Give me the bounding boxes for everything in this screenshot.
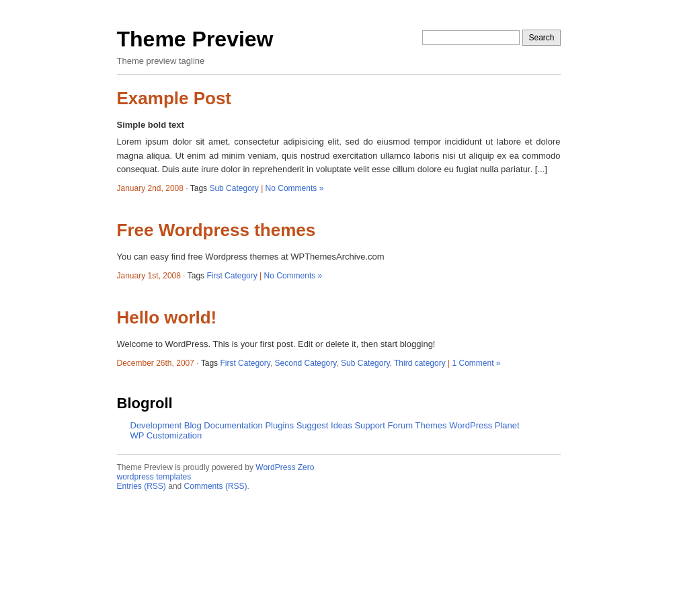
footer-and-text: and [168,482,182,491]
post-1-bold: Simple bold text [117,118,561,132]
post-2-meta: January 1st, 2008 · Tags First Category … [117,271,561,280]
blogroll-title: Blogroll [117,395,561,412]
post-1-comments[interactable]: No Comments » [266,184,324,193]
post-2-tag-1[interactable]: First Category [206,271,257,280]
post-1-date: January 2nd, 2008 [117,184,184,193]
search-input[interactable] [422,30,520,45]
post-2-comments[interactable]: No Comments » [264,271,323,280]
post-1-tag-1[interactable]: Sub Category [209,184,258,193]
post-3-tag-2[interactable]: Second Category [275,358,337,368]
post-1: Example Post Simple bold text Lorem ipsu… [117,88,561,193]
post-3-tag-3[interactable]: Sub Category [341,358,390,368]
post-2: Free Wordpress themes You can easy find … [117,220,561,280]
post-3-content: Welcome to WordPress. This is your first… [117,338,561,352]
blogroll-link-6[interactable]: WordPress Planet [449,420,520,430]
blogroll-link-2[interactable]: Plugins [265,420,294,430]
site-title: Theme Preview [117,27,274,52]
blogroll-link-5[interactable]: Themes [415,420,447,430]
post-3-date: December 26th, 2007 [117,358,194,368]
footer-powered-by-line1: WordPress Zero [255,463,314,472]
post-3-title-link[interactable]: Hello world! [117,307,217,328]
post-2-date: January 1st, 2008 [117,271,181,280]
post-3-tag-4[interactable]: Third category [394,358,446,368]
post-3-body: Welcome to WordPress. This is your first… [117,339,436,349]
site-tagline: Theme preview tagline [117,56,274,66]
post-1-meta: January 2nd, 2008 · Tags Sub Category | … [117,184,561,193]
footer-period: . [247,482,249,491]
footer-divider [117,454,561,455]
blogroll-link-4[interactable]: Support Forum [354,420,413,430]
post-1-body: Lorem ipsum dolor sit amet, consectetur … [117,137,561,175]
post-2-title-link[interactable]: Free Wordpress themes [117,220,316,240]
post-3-meta: December 26th, 2007 · Tags First Categor… [117,358,561,368]
blogroll-link-3[interactable]: Suggest Ideas [296,420,352,430]
footer-comments-link[interactable]: Comments (RSS) [184,482,247,491]
blogroll-links: Development Blog Documentation Plugins S… [117,420,561,440]
post-3-comments[interactable]: 1 Comment » [452,358,501,368]
posts-container: Example Post Simple bold text Lorem ipsu… [117,88,561,368]
post-1-title-link[interactable]: Example Post [117,88,232,108]
blogroll-section: Blogroll Development Blog Documentation … [117,395,561,440]
footer-entries-link[interactable]: Entries (RSS) [117,482,166,491]
footer: Theme Preview is proudly powered by Word… [117,463,561,491]
post-1-tags-label: Tags [190,184,207,193]
post-2-content: You can easy find free Wordpress themes … [117,250,561,264]
search-button[interactable]: Search [522,30,560,46]
post-3-tag-1[interactable]: First Category [220,358,270,368]
blogroll-link-7[interactable]: WP Customization [130,430,202,440]
post-2-tags-label: Tags [188,271,204,280]
post-2-body: You can easy find free Wordpress themes … [117,252,385,262]
search-form: Search [422,30,560,46]
post-3-tags-label: Tags [201,358,218,368]
footer-powered-by-line2: wordpress templates [117,472,192,482]
blogroll-link-0[interactable]: Development Blog [130,420,202,430]
post-3: Hello world! Welcome to WordPress. This … [117,307,561,368]
footer-text-before: Theme Preview is proudly powered by [117,463,253,472]
header-divider [117,74,561,75]
post-1-content: Simple bold text Lorem ipsum dolor sit a… [117,118,561,177]
blogroll-link-1[interactable]: Documentation [204,420,262,430]
